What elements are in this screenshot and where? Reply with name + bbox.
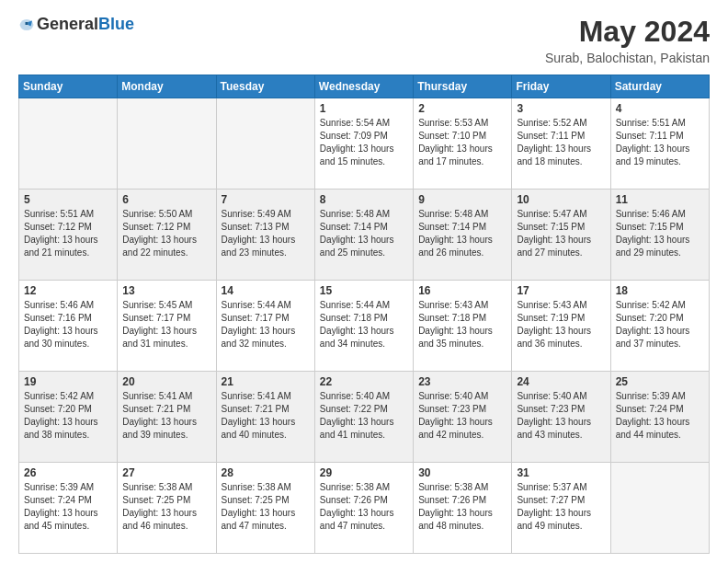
day-info: Sunrise: 5:53 AMSunset: 7:10 PMDaylight:… [418,117,506,168]
day-info: Sunrise: 5:47 AMSunset: 7:15 PMDaylight:… [517,208,605,259]
calendar-cell: 26Sunrise: 5:39 AMSunset: 7:24 PMDayligh… [19,463,118,554]
day-info: Sunrise: 5:37 AMSunset: 7:27 PMDaylight:… [517,481,605,533]
day-info: Sunrise: 5:41 AMSunset: 7:21 PMDaylight:… [222,390,310,442]
calendar-cell: 7Sunrise: 5:49 AMSunset: 7:13 PMDaylight… [216,190,314,281]
day-number: 12 [24,284,112,297]
col-wednesday: Wednesday [314,75,413,98]
calendar-cell: 17Sunrise: 5:43 AMSunset: 7:19 PMDayligh… [512,281,610,372]
day-number: 8 [320,193,408,206]
calendar-cell: 2Sunrise: 5:53 AMSunset: 7:10 PMDaylight… [414,98,512,190]
calendar-cell: 18Sunrise: 5:42 AMSunset: 7:20 PMDayligh… [610,281,709,372]
calendar-cell: 13Sunrise: 5:45 AMSunset: 7:17 PMDayligh… [118,281,216,372]
logo-blue: Blue [98,15,134,33]
calendar-cell [118,98,216,190]
day-number: 13 [122,284,210,297]
col-thursday: Thursday [414,75,512,98]
calendar-week-row: 5Sunrise: 5:51 AMSunset: 7:12 PMDaylight… [19,190,710,281]
day-number: 29 [320,466,408,479]
calendar-cell: 15Sunrise: 5:44 AMSunset: 7:18 PMDayligh… [314,281,413,372]
day-number: 24 [517,375,605,388]
day-info: Sunrise: 5:40 AMSunset: 7:23 PMDaylight:… [517,390,605,442]
day-info: Sunrise: 5:46 AMSunset: 7:15 PMDaylight:… [616,208,704,259]
title-area: May 2024 Surab, Balochistan, Pakistan [545,15,710,65]
calendar-cell: 4Sunrise: 5:51 AMSunset: 7:11 PMDaylight… [610,98,709,190]
col-monday: Monday [118,75,216,98]
day-info: Sunrise: 5:54 AMSunset: 7:09 PMDaylight:… [320,117,408,168]
day-number: 18 [616,284,704,297]
calendar-cell: 3Sunrise: 5:52 AMSunset: 7:11 PMDaylight… [512,98,610,190]
logo-text: GeneralBlue [37,15,134,34]
day-number: 4 [616,102,704,115]
day-info: Sunrise: 5:42 AMSunset: 7:20 PMDaylight:… [616,299,704,350]
calendar-week-row: 19Sunrise: 5:42 AMSunset: 7:20 PMDayligh… [19,372,710,463]
day-info: Sunrise: 5:44 AMSunset: 7:18 PMDaylight:… [320,299,408,350]
day-number: 11 [616,193,704,206]
day-info: Sunrise: 5:40 AMSunset: 7:23 PMDaylight:… [418,390,506,442]
day-number: 30 [418,466,506,479]
day-number: 31 [517,466,605,479]
day-number: 16 [418,284,506,297]
calendar-body: 1Sunrise: 5:54 AMSunset: 7:09 PMDaylight… [19,98,710,554]
day-info: Sunrise: 5:43 AMSunset: 7:18 PMDaylight:… [418,299,506,350]
day-number: 25 [616,375,704,388]
day-number: 10 [517,193,605,206]
day-number: 7 [222,193,310,206]
calendar-cell: 16Sunrise: 5:43 AMSunset: 7:18 PMDayligh… [414,281,512,372]
calendar-table: Sunday Monday Tuesday Wednesday Thursday… [18,75,710,554]
calendar-cell: 28Sunrise: 5:38 AMSunset: 7:25 PMDayligh… [216,463,314,554]
calendar-header: Sunday Monday Tuesday Wednesday Thursday… [19,75,710,98]
calendar-cell: 22Sunrise: 5:40 AMSunset: 7:22 PMDayligh… [314,372,413,463]
calendar-cell: 31Sunrise: 5:37 AMSunset: 7:27 PMDayligh… [512,463,610,554]
day-info: Sunrise: 5:39 AMSunset: 7:24 PMDaylight:… [616,390,704,442]
day-info: Sunrise: 5:39 AMSunset: 7:24 PMDaylight:… [24,481,112,533]
calendar-cell: 25Sunrise: 5:39 AMSunset: 7:24 PMDayligh… [610,372,709,463]
col-friday: Friday [512,75,610,98]
day-number: 17 [517,284,605,297]
day-info: Sunrise: 5:40 AMSunset: 7:22 PMDaylight:… [320,390,408,442]
day-info: Sunrise: 5:49 AMSunset: 7:13 PMDaylight:… [222,208,310,259]
day-info: Sunrise: 5:38 AMSunset: 7:26 PMDaylight:… [320,481,408,533]
day-number: 3 [517,102,605,115]
logo-icon [18,17,35,33]
day-number: 19 [24,375,112,388]
day-number: 20 [122,375,210,388]
calendar-cell: 9Sunrise: 5:48 AMSunset: 7:14 PMDaylight… [414,190,512,281]
col-tuesday: Tuesday [216,75,314,98]
day-number: 27 [122,466,210,479]
day-info: Sunrise: 5:38 AMSunset: 7:26 PMDaylight:… [418,481,506,533]
day-number: 9 [418,193,506,206]
day-info: Sunrise: 5:41 AMSunset: 7:21 PMDaylight:… [122,390,210,442]
calendar-cell: 8Sunrise: 5:48 AMSunset: 7:14 PMDaylight… [314,190,413,281]
calendar-cell [610,463,709,554]
calendar-cell: 6Sunrise: 5:50 AMSunset: 7:12 PMDaylight… [118,190,216,281]
weekday-row: Sunday Monday Tuesday Wednesday Thursday… [19,75,710,98]
day-number: 6 [122,193,210,206]
calendar-cell: 21Sunrise: 5:41 AMSunset: 7:21 PMDayligh… [216,372,314,463]
calendar-cell: 12Sunrise: 5:46 AMSunset: 7:16 PMDayligh… [19,281,118,372]
day-info: Sunrise: 5:38 AMSunset: 7:25 PMDaylight:… [222,481,310,533]
day-info: Sunrise: 5:46 AMSunset: 7:16 PMDaylight:… [24,299,112,350]
day-info: Sunrise: 5:38 AMSunset: 7:25 PMDaylight:… [122,481,210,533]
logo-general: General [37,15,98,33]
day-info: Sunrise: 5:52 AMSunset: 7:11 PMDaylight:… [517,117,605,168]
calendar-cell [19,98,118,190]
day-number: 2 [418,102,506,115]
calendar-cell: 10Sunrise: 5:47 AMSunset: 7:15 PMDayligh… [512,190,610,281]
logo: GeneralBlue [18,15,134,34]
day-info: Sunrise: 5:51 AMSunset: 7:11 PMDaylight:… [616,117,704,168]
calendar-cell: 29Sunrise: 5:38 AMSunset: 7:26 PMDayligh… [314,463,413,554]
month-year: May 2024 [545,15,710,49]
day-number: 5 [24,193,112,206]
calendar-cell: 27Sunrise: 5:38 AMSunset: 7:25 PMDayligh… [118,463,216,554]
day-info: Sunrise: 5:45 AMSunset: 7:17 PMDaylight:… [122,299,210,350]
calendar-cell: 30Sunrise: 5:38 AMSunset: 7:26 PMDayligh… [414,463,512,554]
day-number: 1 [320,102,408,115]
day-info: Sunrise: 5:43 AMSunset: 7:19 PMDaylight:… [517,299,605,350]
day-number: 28 [222,466,310,479]
calendar-cell: 11Sunrise: 5:46 AMSunset: 7:15 PMDayligh… [610,190,709,281]
calendar-week-row: 26Sunrise: 5:39 AMSunset: 7:24 PMDayligh… [19,463,710,554]
day-number: 22 [320,375,408,388]
calendar-cell: 19Sunrise: 5:42 AMSunset: 7:20 PMDayligh… [19,372,118,463]
day-info: Sunrise: 5:51 AMSunset: 7:12 PMDaylight:… [24,208,112,259]
calendar-cell: 1Sunrise: 5:54 AMSunset: 7:09 PMDaylight… [314,98,413,190]
